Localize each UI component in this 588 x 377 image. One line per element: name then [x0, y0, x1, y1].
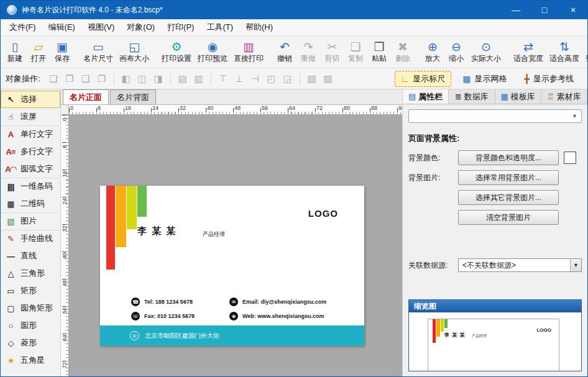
card-fax-row[interactable]: ☏ Fax: 010 1234 5678 — [131, 312, 195, 320]
design-canvas[interactable]: LOGO 李 某 某 产品经理 ☎ Tel: 188 1234 5678 ☏ F… — [69, 115, 402, 376]
distribute-vertical-button[interactable]: ▥ — [191, 71, 207, 86]
copy-button[interactable]: ❏ 复制 — [344, 37, 367, 66]
card-email-row[interactable]: ✉ Email: diy@shenqixiangsu.com — [229, 298, 326, 306]
toggle-label: 显示标尺 — [413, 73, 445, 84]
qr-code-tool[interactable]: ▦ 二维码 — [1, 195, 60, 212]
triangle-tool[interactable]: △ 三角形 — [1, 265, 60, 282]
select-common-background-button[interactable]: 选择常用背景图片... — [458, 170, 559, 185]
paste-button[interactable]: ❒ 粘贴 — [367, 37, 391, 66]
card-tel-row[interactable]: ☎ Tel: 188 1234 5678 — [131, 298, 193, 306]
equal-size-button[interactable]: ◲ — [280, 71, 296, 86]
business-card[interactable]: LOGO 李 某 某 产品经理 ☎ Tel: 188 1234 5678 ☏ F… — [100, 186, 364, 346]
barcode-tool[interactable]: |||| 一维条码 — [1, 178, 60, 195]
tab-materials[interactable]: ♖ 素材库 — [541, 89, 587, 104]
align-right-button[interactable]: ◨ — [150, 71, 167, 86]
tool-label: 五角星 — [21, 355, 45, 366]
menu-print[interactable]: 打印(P) — [161, 19, 200, 35]
diamond-tool[interactable]: ◇ 菱形 — [1, 334, 60, 352]
bring-forward-button[interactable]: ❑ — [78, 71, 94, 86]
card-color-bar[interactable] — [127, 186, 137, 229]
object-selector-combobox[interactable]: ▼ — [408, 109, 582, 123]
send-backward-button[interactable]: ❒ — [94, 71, 110, 86]
align-left-button[interactable]: ◧ — [118, 71, 134, 86]
menu-file[interactable]: 文件(F) — [3, 19, 42, 35]
card-web-row[interactable]: ⊕ Web: www.shenqixiangsu.com — [229, 312, 324, 320]
multi-line-text-tool[interactable]: A≡ 多行文字 — [1, 143, 60, 160]
card-job-title-text[interactable]: 产品经理 — [203, 230, 225, 238]
single-line-text-icon: A — [4, 130, 17, 139]
card-color-bar[interactable] — [137, 186, 147, 217]
line-tool[interactable]: ― 直线 — [1, 247, 60, 265]
undo-button[interactable]: ↶ 撤销 — [273, 37, 296, 66]
background-image-row: 背景图片: 选择常用背景图片... — [408, 170, 582, 185]
fit-height-icon: ⇅ — [559, 40, 569, 54]
menu-help[interactable]: 帮助(H) — [239, 19, 279, 35]
tab-properties[interactable]: ▤ 属性栏 — [403, 89, 449, 104]
qr-code-icon: ▦ — [4, 199, 17, 209]
image-tool[interactable]: ▧ 图片 — [1, 212, 60, 230]
cut-button[interactable]: ✂ 剪切 — [320, 37, 344, 66]
open-button[interactable]: ▱ 打开 — [27, 37, 50, 66]
ruler-mark: 64 — [289, 105, 295, 111]
show-guides-toggle[interactable]: ╋ 显示参考线 — [518, 71, 580, 87]
show-ruler-toggle[interactable]: ∟ 显示标尺 — [395, 71, 452, 87]
tab-card-back[interactable]: 名片背面 — [110, 89, 156, 104]
star-tool[interactable]: ★ 五角星 — [1, 352, 60, 369]
card-color-bar[interactable] — [116, 186, 126, 247]
select-other-background-button[interactable]: 选择其它背景图片... — [458, 190, 559, 205]
rectangle-tool[interactable]: ▭ 矩形 — [1, 282, 60, 299]
rounded-rectangle-tool[interactable]: ▢ 圆角矩形 — [1, 299, 60, 317]
canvas-size-button[interactable]: ◱ 画布大小 — [116, 37, 152, 66]
bring-to-front-button[interactable]: ❏ — [45, 71, 62, 86]
circle-tool[interactable]: ○ 圆形 — [1, 317, 60, 334]
minimize-button[interactable]: — — [502, 1, 530, 19]
align-bottom-button[interactable]: ⊥ — [231, 71, 247, 86]
background-color-row: 背景颜色: 背景颜色和透明度... — [408, 150, 582, 165]
datasource-row: 关联数据源: <不关联数据源> ▼ — [408, 258, 582, 272]
card-name-text[interactable]: 李 某 某 — [137, 225, 177, 237]
group-button[interactable]: ▧ — [304, 71, 320, 86]
background-color-button[interactable]: 背景颜色和透明度... — [458, 150, 559, 165]
menu-object[interactable]: 对象(O) — [121, 19, 161, 35]
direct-print-button[interactable]: ▥ 直接打印 — [231, 37, 267, 66]
select-tool[interactable]: ↖ 选择 — [1, 91, 60, 108]
clear-background-button[interactable]: 清空背景图片 — [458, 210, 559, 225]
send-to-back-button[interactable]: ❐ — [62, 71, 78, 86]
print-setup-button[interactable]: ⚙ 打印设置 — [158, 37, 195, 66]
card-color-bar[interactable] — [106, 186, 115, 270]
show-grid-toggle[interactable]: ▦ 显示网格 — [456, 71, 513, 87]
zoom-in-button[interactable]: ⊕ 放大 — [421, 37, 444, 66]
close-button[interactable]: × — [559, 1, 587, 19]
card-size-button[interactable]: ▭ 名片尺寸 — [80, 37, 116, 66]
distribute-horizontal-button[interactable]: ▤ — [175, 71, 191, 86]
menu-view[interactable]: 视图(V) — [81, 19, 121, 35]
fit-width-button[interactable]: ⇄ 适合宽度 — [510, 37, 546, 66]
maximize-button[interactable]: □ — [530, 1, 559, 19]
ungroup-button[interactable]: ▨ — [320, 71, 336, 86]
print-preview-button[interactable]: ◉ 打印预览 — [195, 37, 231, 66]
equal-width-button[interactable]: ◰ — [264, 71, 280, 86]
menu-tools[interactable]: 工具(T) — [200, 19, 239, 35]
redo-button[interactable]: ↷ 重做 — [296, 37, 320, 66]
tab-templates[interactable]: ▦ 模板库 — [495, 89, 541, 104]
pan-tool[interactable]: ☝ 滚屏 — [1, 108, 60, 125]
single-line-text-tool[interactable]: A 单行文字 — [1, 125, 60, 143]
datasource-combobox[interactable]: <不关联数据源> ▼ — [458, 258, 582, 272]
full-page-button[interactable]: ⊞ 整页显示 — [582, 37, 588, 66]
card-address-bar[interactable]: ◎ 北京市朝阳区建国门外大街 — [100, 325, 364, 346]
new-button[interactable]: ▯ 新建 — [3, 37, 27, 66]
arc-text-tool[interactable]: A◠ 圆弧文字 — [1, 160, 60, 178]
tab-database[interactable]: ≣ 数据库 — [449, 89, 495, 104]
card-logo-text[interactable]: LOGO — [308, 208, 338, 219]
align-top-button[interactable]: ⊤ — [215, 71, 231, 86]
save-button[interactable]: ▣ 保存 — [50, 37, 74, 66]
align-center-button[interactable]: ◫ — [134, 71, 150, 86]
actual-size-button[interactable]: ⊙ 实际大小 — [468, 37, 504, 66]
zoom-out-button[interactable]: ⊖ 缩小 — [444, 37, 468, 66]
fit-height-button[interactable]: ⇅ 适合高度 — [546, 37, 582, 66]
tab-card-front[interactable]: 名片正面 — [63, 89, 109, 104]
freehand-curve-tool[interactable]: ✎ 手绘曲线 — [1, 230, 60, 247]
delete-button[interactable]: ✖ 删除 — [391, 37, 415, 66]
menu-edit[interactable]: 编辑(E) — [42, 19, 81, 35]
align-middle-button[interactable]: ⊣ — [247, 71, 264, 86]
